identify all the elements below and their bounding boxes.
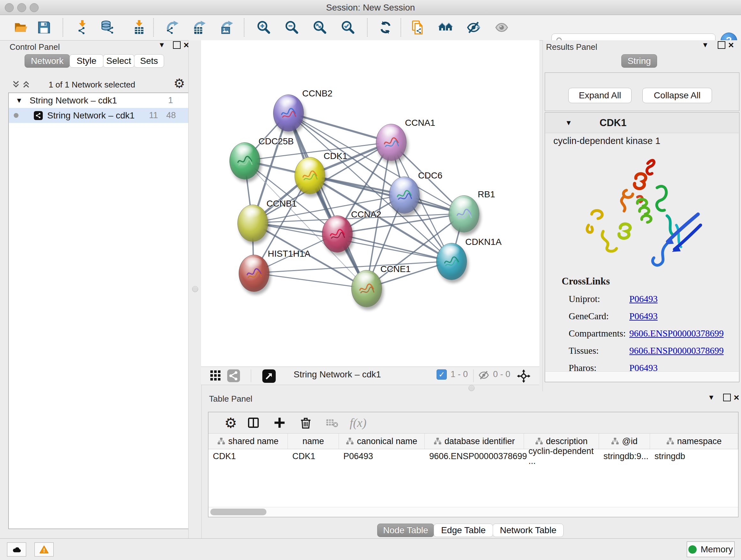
network-view-toolbar: String Network – cdk1 ✓ 1 - 0 0 - 0	[201, 367, 539, 385]
split-table-button[interactable]	[246, 416, 261, 429]
selected-checkbox-icon[interactable]: ✓	[436, 369, 447, 380]
zoom-in-button[interactable]	[255, 19, 272, 36]
tab-edge-table[interactable]: Edge Table	[434, 523, 493, 537]
protein-node-ccnb1[interactable]	[238, 205, 268, 242]
protein-structure-image	[559, 150, 725, 275]
network-collection-row[interactable]: ▼ String Network – cdk1 1	[9, 93, 189, 108]
column-header-id[interactable]: @id	[599, 434, 650, 449]
protein-node-cdk1[interactable]	[294, 157, 325, 194]
network-overview-icon[interactable]	[227, 369, 240, 382]
protein-node-ccna2[interactable]	[322, 215, 353, 253]
splitter-handle[interactable]	[192, 286, 198, 292]
cloud-status-button[interactable]	[7, 543, 26, 557]
memory-status-dot	[688, 545, 697, 554]
zoom-selected-button[interactable]	[340, 19, 356, 36]
table-panel-menu-button[interactable]: ▼	[708, 393, 715, 402]
hide-selected-button[interactable]	[465, 19, 482, 36]
table-panel-close-button[interactable]: ×	[734, 393, 739, 402]
network-edge[interactable]	[254, 273, 366, 288]
column-header-databaseidentifier[interactable]: database identifier	[425, 434, 524, 449]
save-session-button[interactable]	[36, 19, 52, 36]
tab-sets[interactable]: Sets	[134, 54, 164, 68]
copy-network-button[interactable]	[410, 19, 426, 36]
expand-all-button[interactable]: Expand All	[568, 88, 631, 103]
results-panel-close-button[interactable]: ×	[728, 40, 734, 50]
add-column-button[interactable]	[272, 416, 287, 429]
tab-node-table[interactable]: Node Table	[377, 523, 434, 537]
warnings-button[interactable]	[35, 543, 54, 557]
fit-selected-crosshair-icon[interactable]	[517, 369, 530, 383]
network-node-count: 11	[149, 111, 158, 120]
column-header-canonicalname[interactable]: canonical name	[339, 434, 425, 449]
table-cell[interactable]: CDK1	[288, 449, 339, 463]
network-options-gear-icon[interactable]: ⚙	[174, 76, 185, 91]
control-panel-menu-button[interactable]: ▼	[158, 40, 165, 50]
network-row-selected[interactable]: String Network – cdk1 11 48	[9, 108, 189, 123]
export-image-button[interactable]	[219, 19, 235, 36]
table-cell[interactable]: stringdb	[650, 449, 738, 463]
home-button[interactable]	[437, 19, 454, 36]
column-label: shared name	[228, 436, 279, 446]
tab-select[interactable]: Select	[103, 54, 134, 68]
protein-node-cdc25b[interactable]	[229, 142, 260, 179]
protein-expander-icon[interactable]: ▼	[565, 119, 572, 127]
table-cell[interactable]: CDK1	[208, 449, 288, 463]
table-cell[interactable]: 9606.ENSP00000378699	[425, 449, 524, 463]
protein-node-ccna1[interactable]	[376, 124, 407, 161]
collapse-all-button[interactable]: Collapse All	[643, 88, 712, 103]
structure-thumbnail	[234, 151, 255, 172]
horizontal-splitter-handle[interactable]	[468, 385, 475, 391]
crosslink-link[interactable]: 9606.ENSP00000378699	[629, 328, 724, 339]
import-network-button[interactable]	[74, 19, 91, 36]
crosslink-link[interactable]: P06493	[629, 311, 658, 321]
show-all-button[interactable]	[493, 19, 510, 36]
results-panel-menu-button[interactable]: ▼	[702, 40, 709, 50]
import-database-button[interactable]	[99, 19, 116, 36]
import-table-button[interactable]	[131, 19, 147, 36]
tab-string[interactable]: String	[621, 54, 657, 68]
export-network-button[interactable]	[164, 19, 181, 36]
network-edge[interactable]	[288, 113, 366, 288]
open-in-window-icon[interactable]	[262, 369, 276, 383]
memory-button[interactable]: Memory	[687, 542, 735, 557]
network-edge[interactable]	[288, 113, 391, 142]
network-selection-status: 1 of 1 Network selected	[3, 80, 181, 90]
table-row[interactable]: CDK1CDK1P064939606.ENSP00000378699cyclin…	[208, 449, 738, 463]
table-settings-button[interactable]: ⚙	[220, 415, 234, 431]
birdseye-view-icon[interactable]	[209, 369, 221, 381]
delete-column-button[interactable]	[298, 416, 313, 429]
column-header-name[interactable]: name	[288, 434, 339, 449]
control-panel-float-button[interactable]	[173, 40, 181, 50]
collection-expander-icon[interactable]: ▼	[16, 97, 23, 105]
tab-network-table[interactable]: Network Table	[493, 523, 563, 537]
protein-node-cdc6[interactable]	[389, 177, 420, 213]
tab-network[interactable]: Network	[24, 54, 70, 68]
column-header-namespace[interactable]: namespace	[650, 434, 738, 449]
scrollbar-thumb[interactable]	[210, 509, 266, 515]
export-table-button[interactable]	[192, 19, 208, 36]
column-header-sharedname[interactable]: shared name	[208, 434, 288, 449]
protein-node-ccne1[interactable]	[351, 270, 382, 307]
structure-thumbnail	[300, 166, 320, 186]
zoom-out-button[interactable]	[283, 19, 300, 36]
table-h-scrollbar[interactable]	[208, 507, 738, 517]
table-cell[interactable]: stringdb:9...	[599, 449, 650, 463]
protein-node-cdkn1a[interactable]	[436, 243, 467, 280]
refresh-view-button[interactable]	[377, 19, 394, 36]
zoom-fit-button[interactable]	[312, 19, 328, 36]
table-cell[interactable]: P06493	[339, 449, 425, 463]
network-canvas[interactable]: CCNB2 CCNA1 CDC25B CDK1 CDC6 RB1CCNB1 CC…	[201, 40, 539, 367]
table-cell[interactable]: cyclin-dependent ...	[524, 449, 599, 463]
tab-style[interactable]: Style	[70, 54, 104, 68]
open-session-button[interactable]	[13, 19, 29, 36]
crosslink-link[interactable]: P06493	[629, 294, 658, 304]
protein-node-rb1[interactable]	[449, 195, 479, 233]
results-panel-float-button[interactable]	[718, 40, 725, 50]
protein-node-hist1h1a[interactable]	[239, 255, 269, 292]
table-panel-float-button[interactable]	[723, 393, 731, 402]
crosslink-link[interactable]: 9606.ENSP00000378699	[629, 346, 724, 356]
current-network-name: String Network – cdk1	[293, 369, 381, 380]
protein-node-ccnb2[interactable]	[273, 95, 304, 132]
protein-card-header[interactable]: ▼ CDK1	[545, 113, 739, 133]
hidden-eye-slash-icon	[478, 369, 489, 381]
